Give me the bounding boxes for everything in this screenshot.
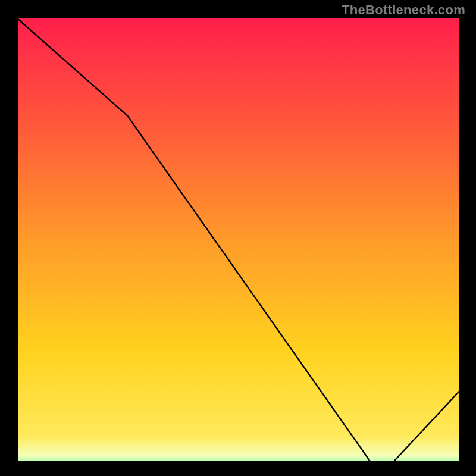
plot-area — [15, 18, 461, 464]
bottleneck-line — [15, 18, 461, 464]
watermark-text: TheBottleneck.com — [342, 2, 465, 18]
